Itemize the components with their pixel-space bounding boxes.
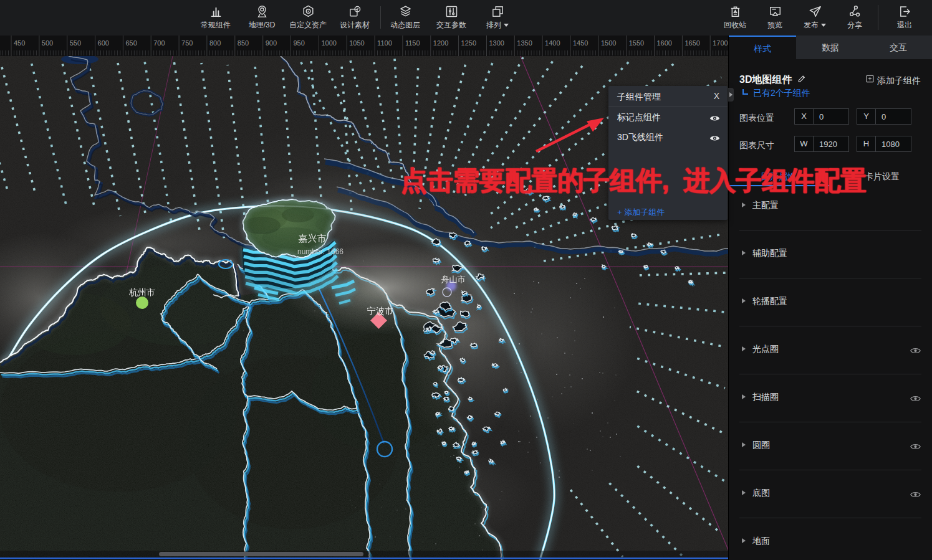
svg-text:1450: 1450 — [573, 39, 588, 47]
svg-text:700: 700 — [153, 39, 165, 47]
svg-text:1000: 1000 — [321, 39, 336, 47]
svg-text:舟山市: 舟山市 — [441, 275, 466, 284]
svg-text:600: 600 — [98, 39, 109, 47]
svg-text:850: 850 — [238, 39, 249, 47]
svg-text:1200: 1200 — [433, 39, 448, 47]
svg-text:1600: 1600 — [657, 39, 672, 47]
svg-text:500: 500 — [42, 39, 53, 47]
svg-text:950: 950 — [294, 39, 305, 47]
svg-text:1700: 1700 — [713, 39, 728, 47]
svg-text:550: 550 — [70, 39, 81, 47]
svg-text:1150: 1150 — [405, 39, 420, 47]
svg-text:450: 450 — [14, 39, 25, 47]
svg-text:1650: 1650 — [685, 39, 699, 47]
svg-text:1550: 1550 — [629, 39, 644, 47]
svg-text:1050: 1050 — [349, 39, 364, 47]
svg-text:1100: 1100 — [377, 39, 392, 47]
svg-text:宁波市: 宁波市 — [367, 306, 393, 316]
svg-text:number: 1666: number: 1666 — [297, 247, 343, 256]
svg-text:750: 750 — [181, 39, 193, 47]
svg-text:900: 900 — [266, 39, 277, 47]
svg-text:1250: 1250 — [461, 39, 476, 47]
svg-text:1300: 1300 — [489, 39, 504, 47]
svg-text:杭州市: 杭州市 — [129, 287, 155, 297]
svg-text:1400: 1400 — [545, 39, 560, 47]
svg-text:650: 650 — [125, 39, 137, 47]
svg-text:1350: 1350 — [517, 39, 532, 47]
svg-text:嘉兴市: 嘉兴市 — [299, 233, 327, 244]
svg-text:800: 800 — [209, 39, 221, 47]
svg-text:1500: 1500 — [601, 39, 616, 47]
